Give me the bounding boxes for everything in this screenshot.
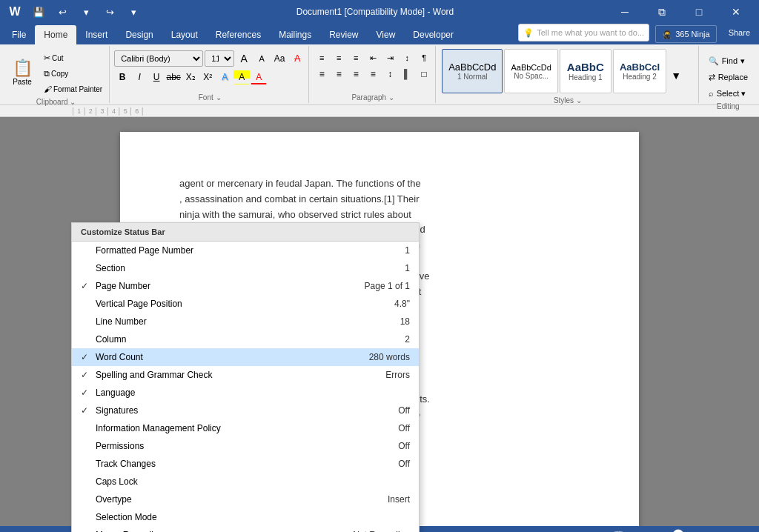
menu-item-vertical-page-pos[interactable]: Vertical Page Position 4.8": [72, 295, 419, 313]
replace-btn[interactable]: ⇄ Replace: [703, 70, 753, 84]
align-right-btn[interactable]: ≡: [348, 67, 364, 82]
menu-item-caps-lock[interactable]: Caps Lock: [72, 473, 419, 491]
minimize-btn[interactable]: ─: [608, 0, 642, 24]
customize-quick-btn[interactable]: ▾: [125, 3, 142, 21]
menu-item-signatures[interactable]: ✓ Signatures Off: [72, 402, 419, 419]
redo-quick-btn[interactable]: ↪: [101, 3, 119, 21]
menu-item-macro-recording[interactable]: ✓ Macro Recording Not Recording: [72, 526, 419, 532]
style-h1[interactable]: AaBbC Heading 1: [560, 49, 611, 93]
tab-home[interactable]: Home: [35, 25, 76, 44]
center-btn[interactable]: ≡: [331, 67, 347, 82]
menu-item-selection-mode[interactable]: Selection Mode: [72, 508, 419, 526]
menu-item-imp[interactable]: Information Management Policy Off: [72, 419, 419, 437]
font-size-select[interactable]: 11: [205, 50, 234, 67]
format-painter-icon: 🖌: [44, 84, 52, 93]
ninja-btn[interactable]: 🥷 365 Ninja: [655, 25, 716, 43]
check-formatted-page-number: [81, 245, 96, 256]
maximize-btn[interactable]: □: [682, 0, 716, 24]
menu-item-track-changes[interactable]: Track Changes Off: [72, 455, 419, 473]
style-h2[interactable]: AaBbCcI Heading 2: [613, 49, 666, 93]
tab-file[interactable]: File: [3, 25, 35, 44]
read-mode-btn[interactable]: 📖: [610, 528, 627, 532]
menu-item-permissions[interactable]: Permissions Off: [72, 437, 419, 455]
shading-btn[interactable]: ▌: [399, 67, 415, 82]
style-nospace[interactable]: AaBbCcDd No Spac...: [504, 49, 557, 93]
undo-quick-btn[interactable]: ↩: [53, 3, 71, 21]
close-btn[interactable]: ✕: [719, 0, 753, 24]
menu-item-overtype[interactable]: Overtype Insert: [72, 491, 419, 508]
decrease-indent-btn[interactable]: ⇤: [365, 50, 381, 65]
superscript-btn[interactable]: X²: [199, 70, 216, 84]
line-spacing-btn[interactable]: ↕: [382, 67, 398, 82]
value-formatted-page-number: 1: [390, 245, 410, 256]
web-layout-btn[interactable]: ⊞: [591, 528, 604, 532]
restore-btn[interactable]: ⧉: [645, 0, 679, 24]
label-permissions: Permissions: [96, 441, 383, 451]
styles-more-btn[interactable]: ▼: [668, 68, 684, 83]
menu-item-language[interactable]: ✓ Language: [72, 384, 419, 402]
value-column: 2: [390, 334, 410, 345]
borders-btn[interactable]: □: [416, 67, 432, 82]
zoom-in-btn[interactable]: +: [715, 528, 726, 532]
tab-design[interactable]: Design: [116, 25, 162, 44]
label-formatted-page-number: Formatted Page Number: [96, 245, 390, 256]
strikethrough-btn[interactable]: abc: [165, 70, 182, 84]
tab-insert[interactable]: Insert: [76, 25, 116, 44]
style-normal[interactable]: AaBbCcDd 1 Normal: [442, 49, 503, 93]
paste-btn[interactable]: 📋 Paste: [6, 53, 39, 91]
menu-item-page-number[interactable]: ✓ Page Number Page 1 of 1: [72, 277, 419, 295]
style-normal-preview: AaBbCcDd: [448, 61, 496, 73]
tab-developer[interactable]: Developer: [404, 25, 463, 44]
increase-indent-btn[interactable]: ⇥: [382, 50, 398, 65]
menu-item-spelling[interactable]: ✓ Spelling and Grammar Check Errors: [72, 366, 419, 384]
tab-review[interactable]: Review: [320, 25, 367, 44]
tab-mailings[interactable]: Mailings: [270, 25, 320, 44]
tell-me-input[interactable]: 💡 Tell me what you want to do...: [518, 24, 649, 41]
check-word-count: ✓: [81, 352, 96, 362]
style-h1-label: Heading 1: [569, 73, 603, 82]
shrink-font-btn[interactable]: A: [253, 51, 270, 66]
save-quick-btn[interactable]: 💾: [30, 3, 47, 21]
grow-font-btn[interactable]: A: [236, 51, 252, 66]
bullets-btn[interactable]: ≡: [314, 50, 330, 65]
format-painter-btn[interactable]: 🖌 Format Painter: [40, 82, 106, 96]
menu-item-word-count[interactable]: ✓ Word Count 280 words: [72, 348, 419, 366]
print-layout-btn[interactable]: ▤: [571, 528, 585, 532]
sort-btn[interactable]: ↕: [399, 50, 415, 65]
italic-btn[interactable]: I: [131, 70, 148, 84]
font-label: Font ⌄: [199, 92, 222, 102]
select-btn[interactable]: ⌕ Select ▾: [703, 86, 753, 101]
menu-item-section[interactable]: Section 1: [72, 259, 419, 277]
change-case-btn[interactable]: Aa: [271, 51, 288, 66]
justify-btn[interactable]: ≡: [365, 67, 381, 82]
copy-btn[interactable]: ⧉ Copy: [40, 66, 106, 81]
align-left-btn[interactable]: ≡: [314, 67, 330, 82]
clear-formatting-btn[interactable]: A: [289, 51, 305, 66]
numbering-btn[interactable]: ≡: [331, 50, 347, 65]
check-permissions: [81, 441, 96, 451]
label-signatures: Signatures: [96, 405, 383, 416]
text-highlight-btn[interactable]: A: [233, 70, 250, 84]
menu-item-column[interactable]: Column 2: [72, 330, 419, 348]
font-color-btn[interactable]: A: [251, 70, 267, 84]
label-page-number: Page Number: [96, 281, 350, 291]
menu-item-formatted-page-number[interactable]: Formatted Page Number 1: [72, 242, 419, 259]
zoom-out-btn[interactable]: −: [633, 528, 644, 532]
subscript-btn[interactable]: X₂: [182, 70, 199, 84]
text-effects-btn[interactable]: A: [216, 70, 233, 84]
undo-dropdown-btn[interactable]: ▾: [77, 3, 95, 21]
value-permissions: Off: [383, 441, 410, 451]
underline-btn[interactable]: U: [148, 70, 165, 84]
multilevel-btn[interactable]: ≡: [348, 50, 364, 65]
find-btn[interactable]: 🔍 Find ▾: [703, 53, 753, 68]
paragraph-group: ≡ ≡ ≡ ⇤ ⇥ ↕ ¶ ≡ ≡ ≡ ≡ ↕ ▌ □ Paragraph ⌄: [311, 46, 436, 103]
menu-item-line-number[interactable]: Line Number 18: [72, 313, 419, 330]
show-hide-btn[interactable]: ¶: [416, 50, 432, 65]
cut-btn[interactable]: ✂ Cut: [40, 50, 106, 65]
tab-layout[interactable]: Layout: [162, 25, 207, 44]
tab-references[interactable]: References: [207, 25, 270, 44]
tab-view[interactable]: View: [368, 25, 405, 44]
font-name-select[interactable]: Calibri (Body): [114, 50, 203, 67]
bold-btn[interactable]: B: [114, 70, 130, 84]
share-btn[interactable]: Share: [720, 22, 759, 43]
